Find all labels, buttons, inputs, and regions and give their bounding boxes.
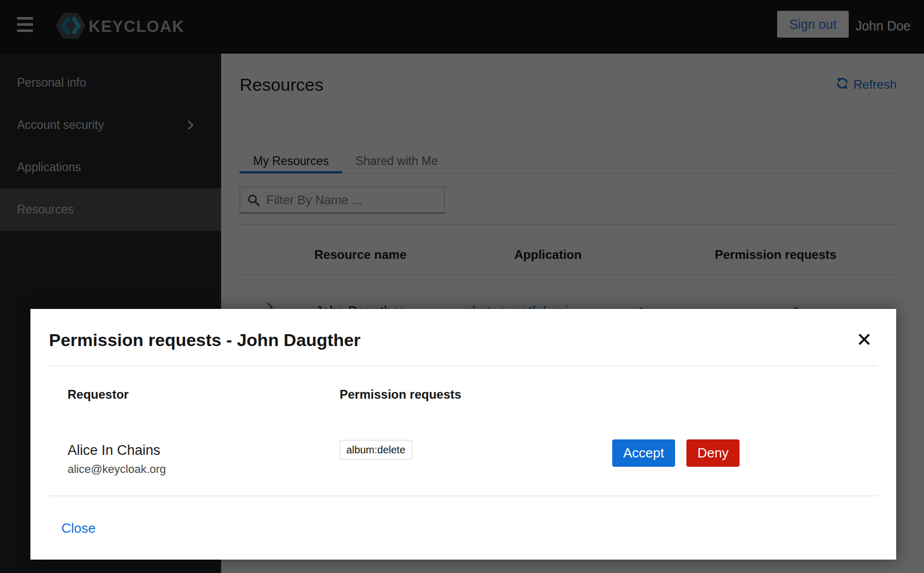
accept-button[interactable]: Accept — [612, 439, 675, 467]
column-permission-requests: Permission requests — [340, 387, 461, 402]
close-link[interactable]: Close — [61, 520, 95, 536]
requestor-name: Alice In Chains — [68, 443, 160, 459]
modal-divider-bottom — [49, 496, 878, 496]
scope-chip: album:delete — [340, 440, 412, 460]
requestor-email: alice@keycloak.org — [68, 463, 166, 476]
permission-requests-modal: Permission requests - John Daugther Requ… — [30, 309, 896, 560]
close-icon[interactable] — [858, 333, 875, 350]
modal-title: Permission requests - John Daugther — [49, 330, 361, 350]
modal-divider-top — [49, 366, 878, 366]
column-requestor: Requestor — [68, 387, 129, 402]
deny-button[interactable]: Deny — [686, 439, 740, 467]
